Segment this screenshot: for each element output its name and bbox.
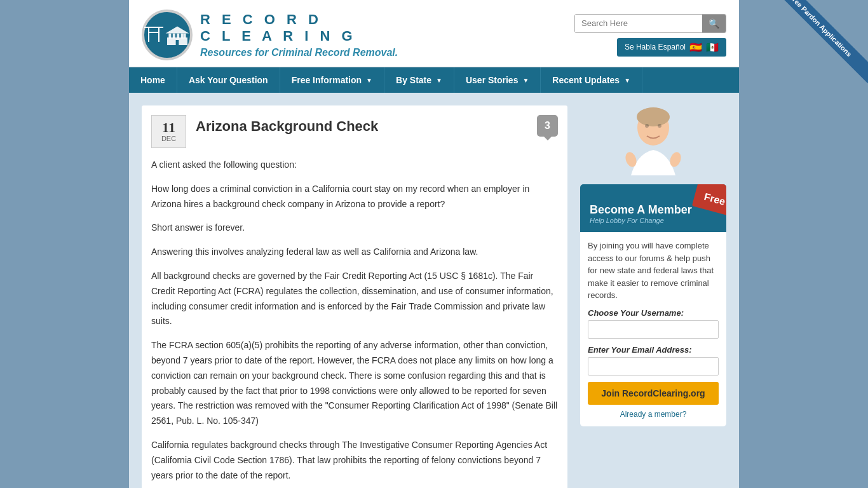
logo-tagline: Resources for Criminal Record Removal. (200, 47, 398, 58)
article-title: Arizona Background Check (196, 115, 527, 135)
by-state-caret-icon: ▼ (436, 77, 442, 84)
search-input[interactable] (575, 15, 702, 32)
person-image (580, 105, 726, 191)
search-button[interactable]: 🔍 (702, 15, 726, 32)
logo-area: R E C O R D C L E A R I N G Resources fo… (142, 10, 398, 60)
article-header: 11 DEC Arizona Background Check 3 (142, 105, 567, 148)
email-input[interactable] (588, 357, 719, 376)
sidebar: Become A Member Help Lobby For Change Fr… (580, 105, 726, 488)
member-box: Become A Member Help Lobby For Change Fr… (580, 184, 726, 426)
member-description: By joining you will have complete access… (588, 240, 719, 302)
navigation-bar: Home Ask Your Question Free Information … (129, 67, 739, 93)
spain-flag-icon: 🇪🇸 (689, 41, 702, 53)
search-box: 🔍 (574, 14, 726, 33)
svg-rect-3 (177, 34, 179, 39)
logo-name: R E C O R D C L E A R I N G (200, 11, 398, 45)
svg-point-9 (637, 107, 670, 126)
nav-user-stories[interactable]: User Stories ▼ (454, 67, 541, 93)
language-bar: Se Habla Español 🇪🇸 🇲🇽 (617, 38, 726, 57)
nav-by-state[interactable]: By State ▼ (384, 67, 454, 93)
logo-icon (142, 10, 193, 60)
svg-point-11 (658, 124, 661, 128)
article-paragraph-1: A client asked the following question: (151, 158, 558, 173)
article-body: A client asked the following question: H… (142, 148, 567, 488)
nav-free-information[interactable]: Free Information ▼ (280, 67, 384, 93)
svg-rect-7 (176, 40, 179, 45)
nav-home[interactable]: Home (129, 67, 177, 93)
svg-marker-6 (166, 26, 189, 33)
main-article: 11 DEC Arizona Background Check 3 A clie… (142, 105, 567, 488)
join-button[interactable]: Join RecordClearing.org (588, 382, 719, 405)
article-paragraph-5: All background checks are governed by th… (151, 269, 558, 329)
site-header: R E C O R D C L E A R I N G Resources fo… (129, 0, 739, 67)
member-body: By joining you will have complete access… (580, 232, 726, 426)
language-label: Se Habla Español (625, 43, 686, 51)
article-paragraph-4: Answering this involves analyzing federa… (151, 245, 558, 260)
free-info-caret-icon: ▼ (366, 77, 372, 84)
article-paragraph-7: California regulates background checks t… (151, 438, 558, 483)
already-member-link[interactable]: Already a member? (588, 410, 719, 419)
recent-updates-caret-icon: ▼ (624, 77, 630, 84)
username-label: Choose Your Username: (588, 308, 719, 318)
article-paragraph-6: The FCRA section 605(a)(5) prohibits the… (151, 338, 558, 429)
svg-rect-1 (168, 34, 171, 39)
member-header: Become A Member Help Lobby For Change Fr… (580, 184, 726, 232)
article-paragraph-3: Short answer is forever. (151, 220, 558, 236)
content-area: 11 DEC Arizona Background Check 3 A clie… (129, 93, 739, 488)
svg-rect-2 (173, 34, 175, 39)
email-label: Enter Your Email Address: (588, 345, 719, 355)
nav-ask-question[interactable]: Ask Your Question (177, 67, 280, 93)
comment-count-badge[interactable]: 3 (537, 115, 558, 137)
username-input[interactable] (588, 320, 719, 339)
page-wrapper: R E C O R D C L E A R I N G Resources fo… (129, 0, 739, 488)
header-right: 🔍 Se Habla Español 🇪🇸 🇲🇽 (574, 14, 726, 57)
svg-point-10 (645, 124, 649, 128)
date-month: DEC (159, 135, 178, 142)
nav-recent-updates[interactable]: Recent Updates ▼ (541, 67, 642, 93)
member-subtitle: Help Lobby For Change (590, 217, 717, 224)
date-day: 11 (159, 121, 178, 135)
logo-text-area: R E C O R D C L E A R I N G Resources fo… (200, 11, 398, 59)
user-stories-caret-icon: ▼ (522, 77, 529, 84)
corner-ribbon[interactable]: Free Pardon Applications (766, 0, 868, 102)
mexico-flag-icon: 🇲🇽 (706, 41, 719, 53)
svg-rect-4 (181, 34, 184, 39)
date-box: 11 DEC (151, 115, 186, 148)
building-icon (165, 19, 190, 51)
ribbon-text: Free Pardon Applications (766, 0, 868, 83)
person-illustration (602, 105, 704, 188)
svg-rect-5 (184, 34, 186, 39)
article-paragraph-2: How long does a criminal conviction in a… (151, 182, 558, 212)
